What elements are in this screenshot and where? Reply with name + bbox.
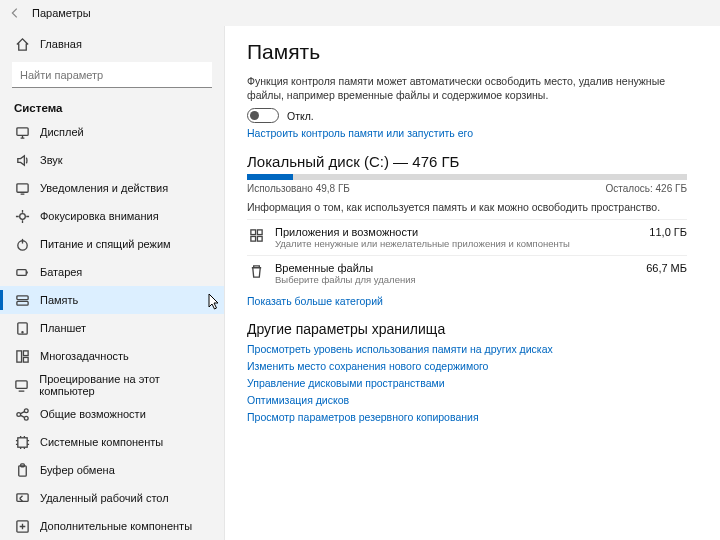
svg-rect-12 [16,380,27,388]
sidebar-item-label: Батарея [40,266,82,278]
page-title: Память [247,40,698,64]
other-link-usage-other-drives[interactable]: Просмотреть уровень использования памяти… [247,343,553,355]
svg-rect-9 [16,350,21,361]
sidebar-item-power[interactable]: Питание и спящий режим [0,230,224,258]
sidebar-item-optional-features[interactable]: Дополнительные компоненты [0,512,224,540]
disk-usage-bar [247,174,687,180]
category-title: Временные файлы [275,262,416,274]
category-apps[interactable]: Приложения и возможности Удалите ненужны… [247,219,687,255]
sidebar-item-label: Уведомления и действия [40,182,168,194]
notifications-icon [14,180,30,196]
other-link-backup-options[interactable]: Просмотр параметров резервного копирован… [247,411,479,423]
sidebar-item-label: Проецирование на этот компьютер [39,373,210,397]
sidebar-item-shared[interactable]: Общие возможности [0,400,224,428]
sound-icon [14,152,30,168]
svg-rect-0 [16,127,27,135]
disk-usage-fill [247,174,293,180]
focus-icon [14,208,30,224]
sidebar-item-projecting[interactable]: Проецирование на этот компьютер [0,370,224,400]
category-value: 11,0 ГБ [649,226,687,249]
svg-rect-16 [17,437,26,446]
sidebar-item-system-components[interactable]: Системные компоненты [0,428,224,456]
svg-point-15 [24,416,28,420]
disk-info: Информация о том, как используется памят… [247,200,667,214]
svg-rect-11 [23,357,28,362]
components-icon [14,434,30,450]
svg-point-8 [21,331,22,332]
sidebar: Главная Система Дисплей Звук Уведомления… [0,26,225,540]
svg-rect-24 [250,236,255,241]
sidebar-item-label: Память [40,294,78,306]
svg-rect-22 [250,230,255,235]
storage-sense-toggle[interactable] [247,108,279,123]
svg-rect-25 [257,236,262,241]
plus-icon [14,518,30,534]
sidebar-item-label: Удаленный рабочий стол [40,492,169,504]
svg-point-2 [19,213,25,219]
sidebar-item-label: Многозадачность [40,350,129,362]
sidebar-home[interactable]: Главная [0,30,224,58]
svg-rect-10 [23,350,28,355]
multitask-icon [14,348,30,364]
sidebar-item-clipboard[interactable]: Буфер обмена [0,456,224,484]
share-icon [14,406,30,422]
sidebar-item-label: Звук [40,154,63,166]
disk-heading: Локальный диск (C:) — 476 ГБ [247,153,698,170]
power-icon [14,236,30,252]
sidebar-item-label: Дополнительные компоненты [40,520,192,532]
svg-point-13 [16,412,20,416]
disk-free-label: Осталось: 426 ГБ [605,183,687,194]
battery-icon [14,264,30,280]
svg-point-14 [24,408,28,412]
svg-rect-1 [16,183,27,191]
category-subtitle: Удалите ненужные или нежелательные прило… [275,238,570,249]
search-input[interactable] [12,62,212,88]
window-title: Параметры [32,7,91,19]
trash-icon [247,263,265,281]
sidebar-item-multitasking[interactable]: Многозадачность [0,342,224,370]
sidebar-item-label: Планшет [40,322,86,334]
content: Память Функция контроля памяти может авт… [225,26,720,540]
storage-icon [14,292,30,308]
sidebar-section-label: Система [0,96,224,118]
other-link-storage-spaces[interactable]: Управление дисковыми пространствами [247,377,445,389]
svg-rect-23 [257,230,262,235]
storage-sense-description: Функция контроля памяти может автоматиче… [247,74,667,102]
sidebar-home-label: Главная [40,38,82,50]
sidebar-item-display[interactable]: Дисплей [0,118,224,146]
svg-rect-4 [16,269,25,275]
svg-rect-19 [16,493,27,501]
apps-icon [247,227,265,245]
sidebar-item-label: Общие возможности [40,408,146,420]
back-icon[interactable] [8,6,22,20]
sidebar-item-label: Питание и спящий режим [40,238,171,250]
sidebar-item-battery[interactable]: Батарея [0,258,224,286]
other-link-optimize-drives[interactable]: Оптимизация дисков [247,394,349,406]
svg-rect-6 [16,301,27,305]
sidebar-item-label: Буфер обмена [40,464,115,476]
svg-rect-5 [16,295,27,299]
display-icon [14,124,30,140]
category-subtitle: Выберите файлы для удаления [275,274,416,285]
storage-sense-state: Откл. [287,110,314,122]
sidebar-item-label: Фокусировка внимания [40,210,159,222]
sidebar-item-tablet[interactable]: Планшет [0,314,224,342]
sidebar-item-storage[interactable]: Память [0,286,224,314]
disk-used-label: Использовано 49,8 ГБ [247,183,350,194]
configure-storage-sense-link[interactable]: Настроить контроль памяти или запустить … [247,127,473,139]
sidebar-item-notifications[interactable]: Уведомления и действия [0,174,224,202]
other-storage-heading: Другие параметры хранилища [247,321,698,337]
sidebar-item-focus[interactable]: Фокусировка внимания [0,202,224,230]
tablet-icon [14,320,30,336]
clipboard-icon [14,462,30,478]
sidebar-item-label: Системные компоненты [40,436,163,448]
remote-icon [14,490,30,506]
home-icon [14,36,30,52]
sidebar-item-sound[interactable]: Звук [0,146,224,174]
other-link-change-save-location[interactable]: Изменить место сохранения нового содержи… [247,360,488,372]
category-temp-files[interactable]: Временные файлы Выберите файлы для удале… [247,255,687,291]
category-title: Приложения и возможности [275,226,570,238]
show-more-categories-link[interactable]: Показать больше категорий [247,295,383,307]
sidebar-item-remote-desktop[interactable]: Удаленный рабочий стол [0,484,224,512]
sidebar-item-label: Дисплей [40,126,84,138]
